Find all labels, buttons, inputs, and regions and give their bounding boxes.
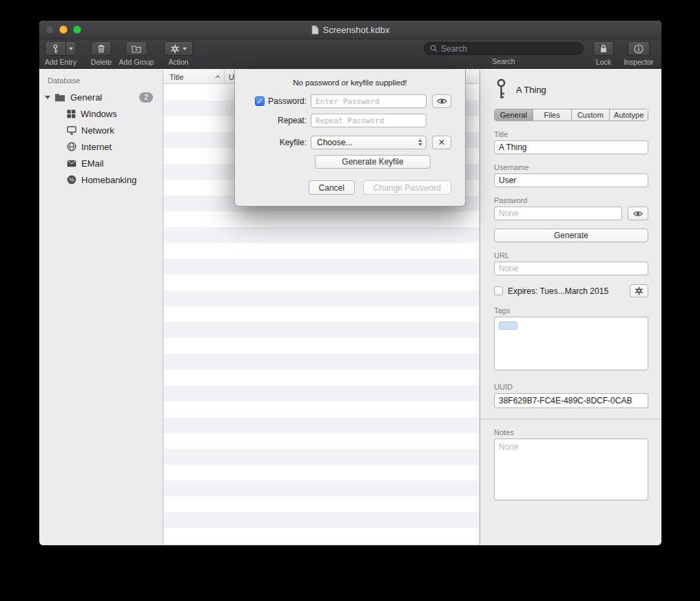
info-icon [634, 44, 644, 54]
reveal-password-button[interactable] [432, 94, 451, 108]
key-icon [45, 42, 65, 55]
envelope-icon [67, 160, 76, 167]
expires-label: Expires: Tues...March 2015 [508, 286, 625, 296]
folder-icon [54, 93, 65, 102]
generate-keyfile-row: Generate Keyfile [235, 155, 465, 169]
document-proxy-icon [311, 25, 319, 34]
keyfile-label: Keyfile: [280, 138, 307, 147]
search-label: Search [492, 57, 515, 65]
cancel-button[interactable]: Cancel [309, 180, 355, 195]
eye-icon [437, 97, 447, 105]
title-bar[interactable]: Screenshot.kdbx [39, 21, 661, 39]
app-window: Screenshot.kdbx Add Entry [39, 21, 661, 545]
gear-icon [635, 286, 644, 295]
search-field[interactable] [424, 42, 584, 55]
lock-toolbar-item: Lock [593, 41, 614, 66]
globe-icon [67, 142, 76, 151]
keyfile-select[interactable]: Choose... [311, 136, 426, 149]
minimize-button[interactable] [59, 25, 68, 34]
repeat-row: Repeat: [235, 114, 465, 127]
zoom-button[interactable] [73, 25, 81, 34]
delete-button[interactable] [91, 41, 112, 56]
title-field[interactable] [494, 140, 648, 154]
tags-box[interactable] [494, 317, 648, 370]
tab-general[interactable]: General [495, 109, 533, 120]
sheet-buttons: Cancel Change Password [235, 180, 465, 195]
uuid-field[interactable] [494, 393, 648, 408]
toolbar: Add Entry Delete Add Group [39, 39, 661, 69]
expires-checkbox[interactable] [494, 286, 503, 295]
disclosure-triangle-icon[interactable] [45, 96, 50, 99]
add-entry-toolbar-item: Add Entry [45, 41, 76, 66]
eye-icon [633, 210, 643, 218]
change-password-button[interactable]: Change Password [363, 180, 451, 195]
tag-chip[interactable] [499, 321, 517, 330]
x-icon: × [438, 137, 444, 148]
expires-settings-button[interactable] [630, 284, 648, 297]
url-field[interactable] [494, 262, 648, 275]
add-group-toolbar-item: Add Group [116, 41, 156, 66]
repeat-label: Repeat: [278, 116, 307, 125]
action-label: Action [168, 58, 188, 66]
sidebar-item-general[interactable]: General 2 [39, 89, 163, 105]
reveal-password-button[interactable] [628, 207, 648, 220]
traffic-lights [45, 25, 81, 34]
search-input[interactable] [441, 44, 577, 54]
sidebar-item-network[interactable]: Network [39, 122, 163, 138]
sidebar-item-label: Network [81, 125, 163, 136]
generate-password-button[interactable]: Generate [494, 229, 648, 242]
inspector-label: Inspector [624, 58, 653, 66]
windows-icon [67, 109, 76, 118]
username-field-label: Username [494, 163, 648, 171]
folder-plus-icon [132, 45, 141, 53]
sheet-message: No password or keyfile supplied! [235, 78, 465, 87]
add-entry-dropdown-button[interactable] [65, 42, 76, 55]
sidebar-item-internet[interactable]: Internet [39, 138, 163, 155]
add-entry-button[interactable] [45, 41, 76, 56]
tab-files[interactable]: Files [533, 109, 572, 120]
sidebar-item-email[interactable]: EMail [39, 155, 163, 171]
action-toolbar-item: Action [163, 41, 194, 66]
generate-keyfile-button[interactable]: Generate Keyfile [315, 155, 431, 169]
inspector-panel: A Thing General Files Custom Autotype Ti… [480, 70, 661, 545]
action-button[interactable] [164, 41, 193, 56]
close-button[interactable] [45, 25, 54, 34]
sidebar-item-label: Windows [81, 109, 163, 119]
gear-icon [170, 44, 180, 54]
sidebar-header: Database [39, 70, 163, 89]
clear-keyfile-button[interactable]: × [432, 136, 451, 149]
password-row: ✓ Password: [235, 94, 465, 108]
inspector-tabs: General Files Custom Autotype [494, 109, 648, 121]
stepper-arrows-icon [418, 139, 422, 147]
inspector-button[interactable] [628, 41, 650, 56]
password-field[interactable] [494, 207, 622, 220]
sidebar-item-label: Homebanking [81, 175, 163, 185]
expires-row: Expires: Tues...March 2015 [494, 284, 648, 297]
url-field-label: URL [494, 251, 648, 260]
inspector-toolbar-item: Inspector [621, 41, 656, 66]
tab-custom[interactable]: Custom [572, 109, 610, 120]
add-group-button[interactable] [125, 41, 147, 56]
title-field-label: Title [494, 130, 648, 138]
window-title: Screenshot.kdbx [323, 25, 390, 35]
keyfile-value: Choose... [317, 138, 352, 147]
tab-autotype[interactable]: Autotype [610, 109, 648, 120]
sidebar-item-homebanking[interactable]: % Homebanking [39, 171, 163, 188]
trash-icon [97, 44, 105, 53]
padlock-icon [599, 44, 608, 53]
sidebar-item-windows[interactable]: Windows [39, 105, 163, 122]
delete-label: Delete [91, 58, 112, 66]
repeat-input[interactable] [311, 114, 426, 127]
password-input[interactable] [311, 94, 426, 108]
uuid-label: UUID [494, 383, 648, 391]
column-header-title[interactable]: Title [164, 70, 225, 83]
notes-field[interactable] [494, 439, 648, 500]
password-checkbox[interactable]: ✓ [255, 96, 265, 106]
add-group-label: Add Group [119, 58, 154, 66]
sidebar-item-label: Internet [81, 142, 163, 152]
column-title-label: Title [169, 73, 183, 81]
chevron-up-icon [215, 75, 220, 78]
lock-button[interactable] [593, 41, 614, 56]
search-toolbar-item: Search [423, 41, 584, 65]
username-field[interactable] [494, 173, 648, 187]
